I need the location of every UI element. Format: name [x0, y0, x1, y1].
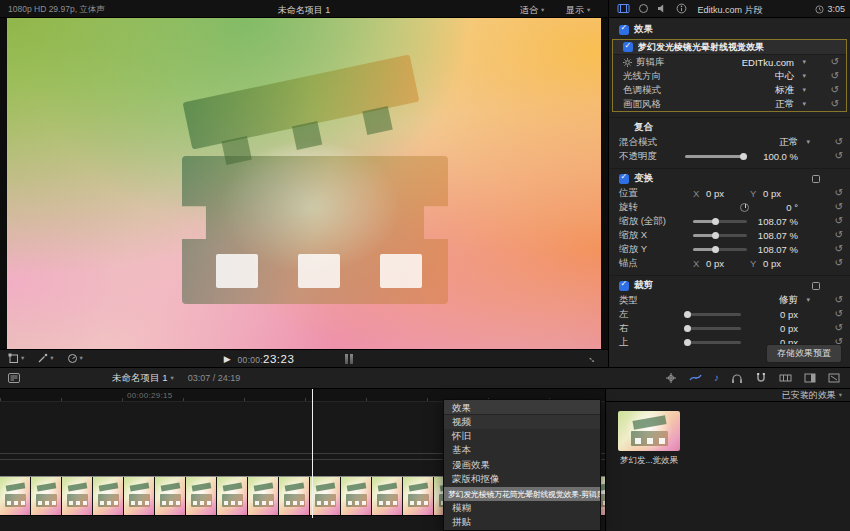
- crop-right-slider[interactable]: [685, 327, 741, 330]
- effect-name-row[interactable]: 梦幻发光棱镜光晕射线视觉效果: [613, 40, 846, 55]
- reset-icon[interactable]: ↺: [835, 309, 843, 319]
- reset-icon[interactable]: ↺: [831, 71, 839, 81]
- scale-x-value[interactable]: 108.07 %: [758, 230, 798, 241]
- clip-thumbnail[interactable]: [124, 477, 155, 515]
- play-button[interactable]: ▶: [224, 354, 231, 364]
- retime-tool-menu[interactable]: ▾: [67, 353, 83, 364]
- playhead[interactable]: [312, 389, 313, 518]
- effects-popup-item[interactable]: 漫画效果: [444, 458, 600, 472]
- scale-x-slider[interactable]: [693, 234, 747, 237]
- position-tool-icon[interactable]: [665, 372, 677, 384]
- skimming-toggle-icon[interactable]: [689, 372, 702, 384]
- reset-icon[interactable]: ↺: [831, 85, 839, 95]
- clip-thumbnail[interactable]: [341, 477, 372, 515]
- clip-thumbnail[interactable]: [248, 477, 279, 515]
- effects-popup-item[interactable]: 模糊: [444, 501, 600, 515]
- clip-thumbnail[interactable]: [186, 477, 217, 515]
- effects-popup-item[interactable]: 蒙版和抠像: [444, 473, 600, 487]
- anchor-y-value[interactable]: 0 px: [763, 258, 781, 269]
- param-value[interactable]: 标准: [775, 84, 794, 97]
- position-x-value[interactable]: 0 px: [706, 188, 724, 199]
- transform-enable-checkbox[interactable]: [619, 174, 629, 184]
- crop-right-value[interactable]: 0 px: [780, 323, 798, 334]
- scale-all-value[interactable]: 108.07 %: [758, 216, 798, 227]
- slider-knob[interactable]: [684, 311, 691, 318]
- reset-icon[interactable]: ↺: [831, 99, 839, 109]
- effects-popup-item[interactable]: 怀旧: [444, 429, 600, 443]
- clip-thumbnail[interactable]: [279, 477, 310, 515]
- audio-meters-icon[interactable]: [345, 354, 353, 364]
- transform-tool-menu[interactable]: ▾: [8, 353, 24, 364]
- chevron-down-icon[interactable]: ▾: [806, 138, 810, 145]
- viewer-canvas[interactable]: [7, 18, 601, 349]
- slider-knob[interactable]: [712, 232, 719, 239]
- chevron-down-icon[interactable]: ▾: [802, 100, 806, 107]
- slider-knob[interactable]: [712, 246, 719, 253]
- clip-thumbnail[interactable]: [0, 477, 31, 515]
- clip-thumbnail[interactable]: [217, 477, 248, 515]
- onscreen-controls-button[interactable]: [812, 282, 820, 290]
- param-value[interactable]: 正常: [775, 98, 794, 111]
- param-value[interactable]: 中心: [775, 70, 794, 83]
- reset-icon[interactable]: ↺: [835, 258, 843, 268]
- effects-enable-checkbox[interactable]: [619, 25, 629, 35]
- scale-y-slider[interactable]: [693, 248, 747, 251]
- clip-thumbnail[interactable]: [310, 477, 341, 515]
- reset-icon[interactable]: ↺: [835, 188, 843, 198]
- video-inspector-tab-icon[interactable]: [617, 3, 630, 14]
- crop-top-slider[interactable]: [685, 341, 741, 344]
- timeline-project-menu[interactable]: 未命名项目 1 ▾: [112, 372, 174, 385]
- onscreen-controls-button[interactable]: [812, 175, 820, 183]
- clip-thumbnail[interactable]: [372, 477, 403, 515]
- effects-popup-item[interactable]: 视频: [444, 415, 600, 429]
- chevron-down-icon[interactable]: ▾: [802, 72, 806, 79]
- chevron-down-icon[interactable]: ▾: [806, 296, 810, 303]
- effects-browser-toggle-icon[interactable]: [804, 372, 816, 384]
- snapping-magnet-icon[interactable]: [755, 372, 767, 384]
- position-y-value[interactable]: 0 px: [763, 188, 781, 199]
- clip-thumbnail[interactable]: [403, 477, 434, 515]
- reset-icon[interactable]: ↺: [835, 202, 843, 212]
- reset-icon[interactable]: ↺: [835, 323, 843, 333]
- clip-appearance-icon[interactable]: [779, 372, 792, 384]
- anchor-x-value[interactable]: 0 px: [706, 258, 724, 269]
- save-effect-preset-button[interactable]: 存储效果预置: [766, 344, 842, 363]
- slider-knob[interactable]: [684, 339, 691, 346]
- effect-thumbnail[interactable]: [618, 411, 680, 451]
- reset-icon[interactable]: ↺: [835, 151, 843, 161]
- panel-close-icon[interactable]: [828, 372, 840, 384]
- chevron-down-icon[interactable]: ▾: [802, 86, 806, 93]
- effects-browser-header[interactable]: 已安装的效果 ▾: [606, 389, 850, 402]
- slider-knob[interactable]: [712, 218, 719, 225]
- color-inspector-tab-icon[interactable]: [638, 3, 649, 14]
- crop-enable-checkbox[interactable]: [619, 281, 629, 291]
- slider-knob[interactable]: [684, 325, 691, 332]
- param-value[interactable]: EDITku.com: [742, 57, 794, 68]
- clip-thumbnail[interactable]: [62, 477, 93, 515]
- reset-icon[interactable]: ↺: [835, 137, 843, 147]
- scale-y-value[interactable]: 108.07 %: [758, 244, 798, 255]
- audio-inspector-tab-icon[interactable]: [657, 3, 668, 14]
- enhance-tool-menu[interactable]: ▾: [37, 353, 53, 364]
- solo-headphones-icon[interactable]: [731, 372, 743, 384]
- effects-popup-item[interactable]: 拼贴: [444, 516, 600, 530]
- crop-left-value[interactable]: 0 px: [780, 309, 798, 320]
- opacity-value[interactable]: 100.0 %: [763, 151, 798, 162]
- gear-icon[interactable]: [623, 58, 632, 67]
- reset-icon[interactable]: ↺: [831, 57, 839, 67]
- reset-icon[interactable]: ↺: [835, 244, 843, 254]
- audio-skimming-toggle-icon[interactable]: ♪: [714, 373, 719, 383]
- effects-popup-item[interactable]: 梦幻发光棱镜万花筒光晕射线视觉效果-剪辑库: [444, 487, 600, 501]
- crop-type-value[interactable]: 修剪: [779, 294, 798, 307]
- clip-thumbnail[interactable]: [93, 477, 124, 515]
- reset-icon[interactable]: ↺: [835, 230, 843, 240]
- effect-enable-checkbox[interactable]: [623, 42, 633, 52]
- clip-thumbnail[interactable]: [31, 477, 62, 515]
- chevron-down-icon[interactable]: ▾: [802, 58, 806, 65]
- rotation-value[interactable]: 0 °: [786, 202, 798, 213]
- rotation-dial-icon[interactable]: [740, 203, 749, 212]
- view-options-menu[interactable]: 显示 ▾: [566, 4, 590, 17]
- blend-mode-value[interactable]: 正常: [779, 136, 798, 149]
- info-inspector-tab-icon[interactable]: [676, 3, 687, 14]
- fullscreen-icon[interactable]: ↔: [586, 351, 601, 366]
